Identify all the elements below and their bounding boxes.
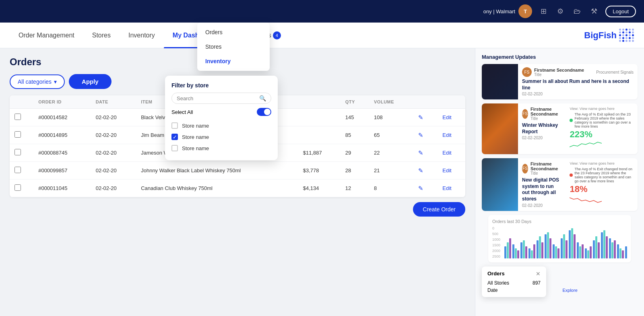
news-author-2: FS Firstname Secondname Title bbox=[522, 107, 561, 121]
col-checkbox bbox=[10, 95, 33, 109]
svg-rect-9 bbox=[528, 248, 530, 258]
gear-icon[interactable]: ⚙ bbox=[555, 6, 566, 17]
edit-link-4[interactable]: Edit bbox=[442, 167, 451, 173]
main-content: Orders All categories ▾ Apply ORDER ID D… bbox=[0, 48, 644, 316]
store-option-2[interactable]: ✓ Store name bbox=[171, 131, 271, 143]
news-author-info-1: Firstname Secondname Title bbox=[534, 68, 584, 77]
nav-inventory[interactable]: Inventory bbox=[120, 23, 164, 48]
col-edit-link bbox=[438, 95, 465, 109]
logo-dots bbox=[619, 29, 634, 42]
svg-rect-29 bbox=[582, 244, 584, 258]
row-checkbox-2[interactable] bbox=[14, 131, 21, 138]
order-id-5: #000011045 bbox=[33, 180, 91, 197]
row-checkbox-4[interactable] bbox=[14, 167, 21, 173]
svg-rect-35 bbox=[598, 242, 600, 258]
filter-search-wrap: 🔍 bbox=[171, 93, 271, 104]
news-author-info-2: Firstname Secondname Title bbox=[530, 107, 561, 121]
search-icon: 🔍 bbox=[259, 95, 266, 101]
news-author-name-2: Firstname Secondname bbox=[530, 107, 561, 116]
edit-link-3[interactable]: Edit bbox=[442, 150, 451, 156]
nav-order-management[interactable]: Order Management bbox=[10, 23, 83, 48]
edit-link-1[interactable]: Edit bbox=[442, 114, 451, 120]
order-volume-3: 22 bbox=[369, 144, 413, 162]
order-amount-2 bbox=[298, 126, 341, 144]
svg-rect-43 bbox=[619, 248, 621, 258]
svg-rect-15 bbox=[545, 234, 547, 258]
edit-icon-3[interactable]: ✎ bbox=[418, 149, 423, 156]
svg-rect-5 bbox=[517, 250, 519, 258]
select-all-label: Select All bbox=[171, 109, 193, 115]
order-item-4: Johnny Walker Black Label Whiskey 750ml bbox=[136, 162, 298, 180]
orders-tooltip-title: Orders bbox=[487, 271, 505, 277]
svg-rect-22 bbox=[563, 234, 565, 258]
svg-rect-24 bbox=[569, 230, 571, 258]
order-volume-5: 8 bbox=[369, 180, 413, 197]
edit-icon-2[interactable]: ✎ bbox=[418, 132, 423, 138]
news-stat-2: View: View name goes here The Avg of % E… bbox=[566, 103, 638, 154]
order-date-5: 02-02-20 bbox=[91, 180, 136, 197]
stat-dot-red-3 bbox=[570, 173, 573, 177]
apply-button[interactable]: Apply bbox=[69, 74, 111, 89]
logout-button[interactable]: Logout bbox=[605, 6, 636, 17]
svg-rect-32 bbox=[590, 246, 592, 258]
svg-rect-3 bbox=[512, 244, 514, 258]
col-amount bbox=[298, 95, 341, 109]
svg-rect-45 bbox=[625, 246, 627, 258]
grid-icon[interactable]: ⊞ bbox=[538, 6, 549, 17]
svg-rect-13 bbox=[539, 236, 541, 258]
edit-link-2[interactable]: Edit bbox=[442, 132, 451, 138]
logo-text: BigFish bbox=[584, 30, 617, 41]
tools-icon[interactable]: ⚒ bbox=[588, 6, 600, 17]
stat-pct-3: 18% bbox=[570, 184, 634, 194]
store-name-2: Store name bbox=[182, 134, 209, 140]
order-amount-1 bbox=[298, 109, 341, 126]
sparkline-3 bbox=[570, 194, 602, 204]
svg-rect-28 bbox=[579, 246, 581, 258]
store-checkbox-1[interactable] bbox=[171, 122, 178, 129]
explore-link[interactable]: Explore bbox=[556, 286, 584, 294]
tooltip-all-stories-row: All Stories 897 bbox=[487, 280, 541, 286]
all-categories-button[interactable]: All categories ▾ bbox=[10, 74, 65, 89]
svg-rect-39 bbox=[609, 238, 611, 258]
row-checkbox-1[interactable] bbox=[14, 114, 21, 120]
nav-stores[interactable]: Stores bbox=[83, 23, 120, 48]
news-view-link-3: View: View name goes here bbox=[570, 161, 634, 165]
dropdown-item-orders[interactable]: Orders bbox=[197, 25, 270, 39]
store-option-3[interactable]: Store name bbox=[171, 143, 271, 154]
edit-icon-1[interactable]: ✎ bbox=[418, 114, 423, 121]
svg-rect-42 bbox=[617, 244, 619, 258]
news-date-1: 02-02-2020 bbox=[522, 92, 634, 96]
bar-chart-svg bbox=[504, 226, 627, 258]
all-stories-label: All Stories bbox=[487, 280, 509, 286]
select-all-toggle[interactable] bbox=[257, 108, 271, 116]
news-view-link-2: View: View name goes here bbox=[570, 107, 634, 111]
svg-rect-19 bbox=[555, 246, 557, 258]
chevron-down-icon: ▾ bbox=[54, 78, 57, 85]
news-author-title-2: Title bbox=[530, 116, 561, 121]
folder-icon[interactable]: 🗁 bbox=[572, 6, 583, 17]
stat-desc-2: The Avg of % Exit spiked on the 23 Febru… bbox=[574, 112, 634, 128]
edit-link-5[interactable]: Edit bbox=[442, 185, 451, 191]
order-qty-1: 145 bbox=[341, 109, 369, 126]
edit-icon-4[interactable]: ✎ bbox=[418, 167, 423, 174]
svg-rect-25 bbox=[571, 228, 573, 258]
edit-icon-5[interactable]: ✎ bbox=[418, 185, 423, 192]
create-order-button[interactable]: Create Order bbox=[413, 202, 465, 217]
svg-rect-0 bbox=[504, 246, 506, 258]
store-checkbox-3[interactable] bbox=[171, 145, 178, 151]
svg-rect-18 bbox=[553, 244, 555, 258]
dropdown-item-inventory[interactable]: Inventory bbox=[197, 54, 270, 68]
select-all-row: Select All bbox=[171, 108, 271, 116]
order-volume-4: 21 bbox=[369, 162, 413, 180]
store-option-1[interactable]: Store name bbox=[171, 120, 271, 131]
tooltip-close-icon[interactable]: ✕ bbox=[536, 271, 541, 277]
topbar: ony | Walmart T ⊞ ⚙ 🗁 ⚒ Logout bbox=[0, 0, 644, 23]
dropdown-item-stores[interactable]: Stores bbox=[197, 39, 270, 54]
svg-rect-27 bbox=[577, 242, 579, 258]
row-checkbox-3[interactable] bbox=[14, 149, 21, 155]
filter-search-input[interactable] bbox=[177, 95, 259, 101]
svg-rect-31 bbox=[587, 250, 589, 258]
svg-rect-36 bbox=[601, 232, 603, 258]
row-checkbox-5[interactable] bbox=[14, 184, 21, 191]
store-checkbox-2[interactable]: ✓ bbox=[171, 134, 178, 140]
